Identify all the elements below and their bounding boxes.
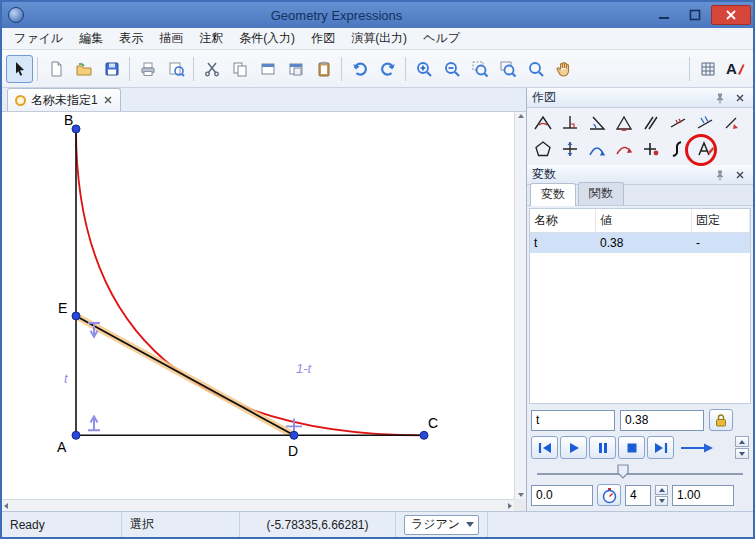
document-tab[interactable]: 名称未指定1 xyxy=(7,88,121,111)
tab-close-icon[interactable] xyxy=(103,95,113,105)
animation-slider[interactable] xyxy=(527,461,753,481)
grid-toggle-button[interactable] xyxy=(694,55,721,83)
zoom-selection-icon xyxy=(471,60,489,78)
menu-edit[interactable]: 編集 xyxy=(71,28,111,49)
range-max-input[interactable] xyxy=(672,485,734,506)
text-tool-button[interactable]: A xyxy=(722,55,749,83)
status-filler xyxy=(488,512,753,537)
close-button[interactable] xyxy=(711,5,751,25)
zoom-tool-button[interactable] xyxy=(522,55,549,83)
bezier-curve[interactable] xyxy=(76,129,424,435)
menu-help[interactable]: ヘルプ xyxy=(415,28,468,49)
drag-indicator-A[interactable] xyxy=(88,416,100,430)
curve-arrow-tool[interactable] xyxy=(610,136,637,162)
copy-window-button[interactable] xyxy=(282,55,309,83)
point-E[interactable] xyxy=(72,312,80,320)
select-tool-button[interactable] xyxy=(6,55,33,83)
menu-calculate-output[interactable]: 演算(出力) xyxy=(343,28,415,49)
menu-draw[interactable]: 描画 xyxy=(151,28,191,49)
menu-file[interactable]: ファイル xyxy=(6,28,71,49)
bezier-curve-tool[interactable] xyxy=(664,136,691,162)
construction-toolbox xyxy=(527,108,753,165)
geometry-drawing[interactable]: B A C D E t 1-t xyxy=(2,112,514,499)
zoom-out-button[interactable] xyxy=(438,55,465,83)
new-file-button[interactable] xyxy=(42,55,69,83)
horizontal-scrollbar[interactable] xyxy=(2,499,514,511)
drawing-canvas[interactable]: B A C D E t 1-t xyxy=(2,112,526,511)
minimize-button[interactable] xyxy=(649,5,678,25)
steps-up-button[interactable] xyxy=(655,485,668,495)
variable-name-input[interactable] xyxy=(531,410,615,431)
timer-button[interactable] xyxy=(597,484,621,506)
scroll-up-icon[interactable] xyxy=(518,114,524,118)
perpendicular-tool[interactable] xyxy=(556,110,583,136)
segment-ED[interactable] xyxy=(76,316,294,435)
angle-unit-dropdown[interactable]: ラジアン xyxy=(404,515,479,535)
annotation-pencil-tool[interactable] xyxy=(718,110,745,136)
redo-button[interactable] xyxy=(374,55,401,83)
menu-annotation[interactable]: 注釈 xyxy=(191,28,231,49)
print-preview-button[interactable] xyxy=(162,55,189,83)
speed-up-button[interactable] xyxy=(735,436,749,447)
steps-down-button[interactable] xyxy=(655,496,668,506)
maximize-button[interactable] xyxy=(680,5,709,25)
parallel-mark-tool[interactable] xyxy=(637,110,664,136)
triangle-tool[interactable] xyxy=(610,110,637,136)
pause-button[interactable] xyxy=(589,436,616,459)
table-row[interactable]: t 0.38 - xyxy=(530,233,750,253)
range-min-input[interactable] xyxy=(531,485,593,506)
animation-range-row xyxy=(527,481,753,511)
steps-input[interactable] xyxy=(625,485,651,506)
construction-close-icon[interactable] xyxy=(732,90,748,106)
zoom-fit-button[interactable] xyxy=(494,55,521,83)
paste-button[interactable] xyxy=(310,55,337,83)
point-plus-tool[interactable] xyxy=(637,136,664,162)
angle-bisector-tool[interactable] xyxy=(529,110,556,136)
redo-arrow-icon xyxy=(379,60,397,78)
copy-as-image-button[interactable] xyxy=(254,55,281,83)
arc-tool[interactable] xyxy=(583,136,610,162)
scroll-down-icon[interactable] xyxy=(518,493,524,497)
open-file-button[interactable] xyxy=(70,55,97,83)
variable-value-input[interactable] xyxy=(620,410,704,431)
scroll-right-icon[interactable] xyxy=(508,503,512,509)
text-tool-letter: A xyxy=(726,61,737,76)
tab-variables[interactable]: 変数 xyxy=(530,183,576,206)
stop-button[interactable] xyxy=(618,436,645,459)
scrollbar-corner xyxy=(514,499,526,511)
transform-tool[interactable] xyxy=(556,136,583,162)
variables-pin-icon[interactable] xyxy=(712,167,728,183)
skip-to-end-button[interactable] xyxy=(647,436,674,459)
angle-mark-tool[interactable] xyxy=(583,110,610,136)
print-button[interactable] xyxy=(134,55,161,83)
menu-constrain-input[interactable]: 条件(入力) xyxy=(231,28,303,49)
play-button[interactable] xyxy=(560,436,587,459)
cut-button[interactable] xyxy=(198,55,225,83)
lock-button[interactable] xyxy=(709,409,733,431)
congruence-mark-tool[interactable] xyxy=(664,110,691,136)
undo-button[interactable] xyxy=(346,55,373,83)
variables-close-icon[interactable] xyxy=(732,167,748,183)
point-A[interactable] xyxy=(72,431,80,439)
speed-down-button[interactable] xyxy=(735,448,749,459)
status-bar: Ready 選択 (-5.78335,6.66281) ラジアン xyxy=(2,511,753,537)
menu-view[interactable]: 表示 xyxy=(111,28,151,49)
slider-thumb[interactable] xyxy=(617,464,629,483)
polygon-tool[interactable] xyxy=(529,136,556,162)
vertical-scrollbar[interactable] xyxy=(514,112,526,499)
skip-to-start-button[interactable] xyxy=(531,436,558,459)
scroll-left-icon[interactable] xyxy=(4,503,8,509)
point-D[interactable] xyxy=(290,431,298,439)
save-button[interactable] xyxy=(98,55,125,83)
slider-track[interactable] xyxy=(537,473,743,475)
menu-construct[interactable]: 作図 xyxy=(303,28,343,49)
point-C[interactable] xyxy=(420,431,428,439)
zoom-selection-button[interactable] xyxy=(466,55,493,83)
zoom-in-button[interactable] xyxy=(410,55,437,83)
expression-tool[interactable] xyxy=(691,136,718,162)
copy-button[interactable] xyxy=(226,55,253,83)
pin-icon[interactable] xyxy=(712,90,728,106)
tangent-mark-tool[interactable] xyxy=(691,110,718,136)
pan-button[interactable] xyxy=(550,55,577,83)
tab-functions[interactable]: 関数 xyxy=(578,182,624,205)
